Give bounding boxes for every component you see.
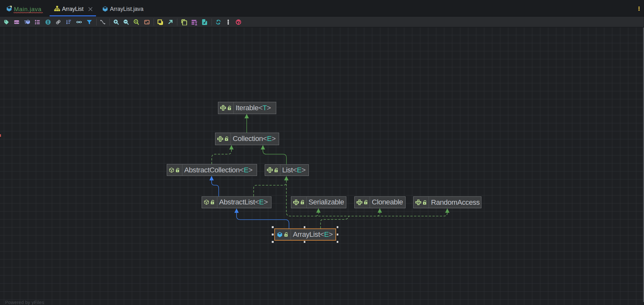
svg-text:NEW: NEW — [14, 21, 20, 23]
